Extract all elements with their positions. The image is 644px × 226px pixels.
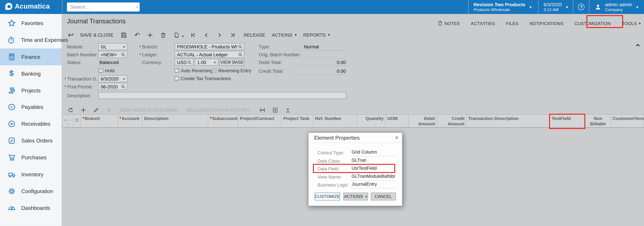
delete-record-icon[interactable] (160, 31, 167, 39)
tenant-branch: Products Wholesale (474, 8, 526, 12)
collapse-form-icon[interactable] (635, 42, 641, 47)
currency-code-input[interactable]: USD (174, 59, 194, 66)
back-arrow-icon[interactable]: ↩ (67, 31, 74, 39)
tenant-selector[interactable]: Revision Two Products Products Wholesale (468, 0, 538, 14)
acumatica-logo[interactable]: Acumatica (6, 2, 50, 10)
header-link-customization[interactable]: CUSTOMIZATION (574, 21, 611, 26)
header-link-notes[interactable]: NOTES (438, 20, 460, 26)
checkbox-icon (212, 68, 216, 73)
reports-menu-button[interactable]: REPORTS (303, 32, 330, 37)
grid-column-testfield[interactable]: TestField (550, 114, 585, 127)
delete-row-icon (105, 106, 112, 114)
lookup-icon[interactable] (120, 52, 126, 57)
save-icon[interactable] (120, 31, 128, 39)
column-header-label: Ref. Number (315, 116, 342, 121)
grid-column-paperclip-icon[interactable] (68, 114, 74, 127)
lookup-icon[interactable] (120, 84, 126, 89)
sidebar-item-receivables[interactable]: Receivables (0, 116, 62, 132)
ledger-input[interactable]: ACTUAL - Actual Ledger (174, 51, 244, 58)
first-record-icon[interactable] (190, 31, 197, 39)
hold-checkbox[interactable]: Hold (98, 68, 114, 73)
add-row-icon[interactable] (80, 106, 87, 114)
date-time-selector[interactable]: 6/3/2020 3:12 AM (538, 0, 573, 14)
customize-button[interactable]: CUSTOMIZE (314, 192, 340, 200)
chevron-down-icon[interactable] (182, 34, 184, 38)
header-link-files[interactable]: FILES (506, 21, 518, 26)
grid-column-description[interactable]: Description (142, 114, 208, 127)
refresh-icon[interactable] (67, 106, 74, 114)
grid-column-project-contract[interactable]: Project/Contract (238, 114, 282, 127)
search-icon[interactable] (136, 6, 138, 8)
grid-column-subaccount[interactable]: *Subaccount (208, 114, 238, 127)
grid-column-note-icon[interactable] (74, 114, 81, 127)
column-header-label: Branch (85, 116, 100, 121)
calculator-icon (7, 52, 16, 61)
sidebar-item-inventory[interactable]: Inventory (0, 166, 62, 183)
user-menu[interactable]: admin admin Company (589, 0, 644, 14)
lookup-icon[interactable] (186, 59, 192, 65)
grid-column-ref-number[interactable]: Ref. Number (313, 114, 357, 127)
global-search-box[interactable] (67, 2, 140, 12)
add-record-icon[interactable] (146, 31, 154, 39)
sidebar-item-configuration[interactable]: Configuration (0, 183, 62, 200)
grid-column-customer-vendor[interactable]: Customer/Vendor (611, 114, 644, 127)
grid-column-credit-amount[interactable]: Credit Amount (437, 114, 466, 127)
last-record-icon[interactable] (229, 31, 237, 39)
sidebar-item-time-and-expenses[interactable]: Time and Expenses (0, 32, 62, 48)
save-close-button[interactable]: SAVE & CLOSE (80, 32, 114, 37)
credit-total-value: 0.00 (293, 68, 346, 74)
header-link-activities[interactable]: ACTIVITIES (471, 21, 495, 26)
grid-column-quantity[interactable]: Quantity (357, 114, 386, 127)
module-select[interactable]: GL (98, 43, 127, 50)
transaction-date-label: *Transaction D... (64, 76, 100, 81)
grid-column-project-task[interactable]: Project Task (282, 114, 313, 127)
sidebar-item-purchases[interactable]: Purchases (0, 149, 62, 166)
fit-width-icon[interactable] (259, 106, 266, 114)
lookup-icon[interactable] (238, 44, 243, 50)
description-input[interactable] (98, 92, 346, 99)
undo-icon[interactable]: ↶ (133, 31, 141, 39)
release-button[interactable]: RELEASE (244, 32, 265, 37)
currency-rate-select[interactable]: 1.00 (195, 59, 218, 66)
previous-record-icon[interactable] (203, 31, 210, 39)
auto-reversing-checkbox[interactable]: Auto Reversing (174, 68, 213, 73)
search-input[interactable] (67, 4, 136, 10)
sidebar-item-dashboards[interactable]: Dashboards (0, 200, 62, 216)
dialog-actions-button[interactable]: ACTIONS (344, 192, 368, 200)
sidebar-item-finance[interactable]: Finance (0, 48, 62, 65)
header-link-notifications[interactable]: NOTIFICATIONS (530, 21, 563, 26)
branch-input[interactable]: PRODWHOLE - Products Wholesale (174, 43, 244, 50)
actions-menu-button[interactable]: ACTIONS (272, 32, 297, 37)
sidebar-item-projects[interactable]: Projects (0, 82, 62, 99)
header-link-tools[interactable]: TOOLS (622, 21, 641, 26)
column-header-label: Subaccount (212, 116, 238, 121)
batch-number-input[interactable]: <NEW> (98, 51, 127, 58)
sidebar-item-favorites[interactable]: Favorites (0, 15, 62, 32)
post-period-input[interactable]: 06-2020 (98, 83, 127, 90)
view-base-button[interactable]: VIEW BASE (219, 59, 244, 66)
dialog-cancel-button[interactable]: CANCEL (371, 192, 396, 200)
edit-row-icon[interactable] (92, 106, 100, 114)
help-button[interactable] (573, 0, 589, 14)
orig-batch-label: Orig. Batch Number: (259, 52, 301, 57)
grid-column-branch[interactable]: *Branch (81, 114, 118, 127)
grid-column-debit-amount[interactable]: Debit Amount (408, 114, 437, 127)
export-excel-icon[interactable] (272, 106, 279, 114)
sidebar-item-banking[interactable]: Banking (0, 65, 62, 82)
grid-column-grid-settings-icon[interactable] (63, 114, 68, 127)
grid-column-uom[interactable]: UOM (386, 114, 408, 127)
lookup-icon[interactable] (238, 52, 243, 57)
close-icon[interactable] (395, 135, 398, 140)
sidebar-item-sales-orders[interactable]: Sales Orders (0, 132, 62, 149)
chevron-down-icon (295, 33, 297, 37)
transaction-date-select[interactable]: 6/3/2020 (98, 75, 127, 82)
copy-paste-icon[interactable] (173, 31, 180, 39)
grid-column-account[interactable]: *Account (118, 114, 143, 127)
view-source-document-button: VIEW SOURCE DOCUMENT (120, 108, 179, 112)
grid-column-transaction-description[interactable]: Transaction Description (466, 114, 550, 127)
sidebar-item-payables[interactable]: Payables (0, 99, 62, 116)
upload-from-excel-icon[interactable] (284, 106, 292, 114)
create-tax-checkbox[interactable]: Create Tax Transactions (174, 76, 231, 81)
grid-column-non-billable[interactable]: Non Billable (585, 114, 611, 127)
next-record-icon[interactable] (216, 31, 224, 39)
